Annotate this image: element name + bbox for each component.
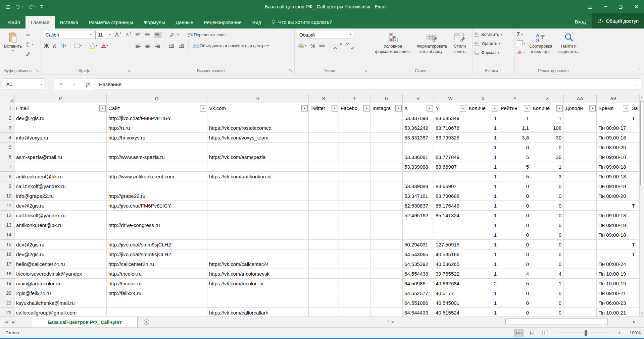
column-header-AA[interactable]: AA — [564, 94, 597, 103]
collapse-ribbon-icon[interactable]: ⌃ — [638, 68, 641, 72]
cell-T20[interactable] — [339, 288, 371, 298]
cell-T22[interactable] — [339, 308, 371, 317]
format-cells-button[interactable]: Формат▾ — [475, 48, 502, 57]
cell-AB2[interactable] — [597, 113, 630, 123]
cell-S7[interactable] — [309, 162, 339, 172]
next-sheet-icon[interactable]: ▶ — [12, 320, 15, 324]
column-header-P[interactable]: P — [14, 94, 107, 103]
cell-AB11[interactable] — [597, 201, 630, 211]
cell-X20[interactable]: 1 — [467, 288, 499, 298]
row-header-17[interactable]: 17 — [0, 259, 14, 269]
cell-V18[interactable]: 64.554438 — [403, 269, 434, 279]
cell-R4[interactable]: https://vk.com/voxys_team — [207, 133, 309, 143]
row-header-10[interactable]: 10 — [0, 191, 14, 201]
tell-me-search[interactable]: Что вы хотите сделать? — [266, 19, 337, 29]
row-header-7[interactable]: 7 — [0, 162, 14, 172]
sign-in-button[interactable]: Вход — [569, 19, 592, 29]
cell-V19[interactable]: 64.50986 — [403, 279, 434, 288]
cell-U15[interactable] — [371, 240, 403, 249]
cell-T18[interactable] — [339, 269, 371, 279]
cell-Z6[interactable]: 30 — [531, 152, 564, 162]
zoom-in-icon[interactable]: + — [618, 330, 621, 336]
cell-R19[interactable]: https://vk.com/tricolor_tv — [207, 279, 309, 288]
decrease-font-icon[interactable]: A▼ — [125, 32, 133, 37]
cell-U2[interactable] — [371, 113, 403, 123]
redo-icon[interactable]: ▾ — [28, 4, 36, 9]
cell-U10[interactable] — [371, 191, 403, 201]
tab-formulas[interactable]: Формулы — [138, 16, 170, 29]
cell-AB9[interactable]: Пн 09:00-18 — [597, 181, 630, 191]
cell-T10[interactable] — [339, 191, 371, 201]
cell-T16[interactable] — [339, 249, 371, 259]
column-header-W[interactable]: W — [434, 94, 467, 103]
sheet-tab-active[interactable]: База call-центров РФ_ Call-цент — [32, 317, 138, 327]
cell-AB10[interactable]: Пн 08:00-20 — [597, 191, 630, 201]
cell-W15[interactable]: 127.50915 — [434, 240, 467, 249]
cell-U19[interactable] — [371, 279, 403, 288]
cell-V14[interactable] — [403, 230, 434, 240]
autosum-button[interactable]: Σ▾ — [517, 31, 525, 38]
format-as-table-button[interactable]: Форматироватькак таблицу ▾ — [415, 30, 449, 55]
row-header-16[interactable]: 16 — [0, 249, 14, 259]
cell-S8[interactable] — [309, 172, 339, 181]
cell-P2[interactable]: dev@2gis.ru — [14, 113, 107, 123]
cell-W6[interactable]: 83.777849 — [434, 152, 467, 162]
row-header-20[interactable]: 20 — [0, 288, 14, 298]
cell-Y9[interactable]: 0 — [499, 181, 531, 191]
filter-button-U[interactable]: ▼ — [395, 105, 402, 111]
cell-T6[interactable] — [339, 152, 371, 162]
cell-R13[interactable] — [207, 220, 309, 230]
cell-S13[interactable] — [309, 220, 339, 230]
cell-W14[interactable] — [434, 230, 467, 240]
fill-button[interactable]: ↓▾ — [517, 40, 525, 47]
cell-W19[interactable]: 40.662684 — [434, 279, 467, 288]
cell-Y17[interactable]: 0 — [499, 259, 531, 269]
column-header-Y[interactable]: Y — [499, 94, 531, 103]
cell-W21[interactable]: 40.545001 — [434, 298, 467, 308]
row-header-3[interactable]: 3 — [0, 123, 14, 133]
select-all-corner[interactable] — [0, 94, 14, 103]
cell-P12[interactable]: call.tinkoff@yandex.ru — [14, 211, 107, 220]
cell-Z19[interactable]: 1 — [531, 279, 564, 288]
cell-U18[interactable] — [371, 269, 403, 279]
cell-T13[interactable] — [339, 220, 371, 230]
cell-U5[interactable] — [371, 143, 403, 152]
cell-Z15[interactable]: 0 — [531, 240, 564, 249]
cell-AB19[interactable]: Пн 10:00-19 — [597, 279, 630, 288]
cell-T17[interactable] — [339, 259, 371, 269]
cell-S2[interactable] — [309, 113, 339, 123]
cell-V15[interactable]: 50.294031 — [403, 240, 434, 249]
header-cell-Z[interactable]: Количе▼ — [531, 103, 564, 113]
cell-W13[interactable] — [434, 220, 467, 230]
cell-Y21[interactable]: 0 — [499, 298, 531, 308]
cell-AB16[interactable] — [597, 249, 630, 259]
cell-U21[interactable] — [371, 298, 403, 308]
cell-U11[interactable] — [371, 201, 403, 211]
format-painter-button[interactable] — [26, 50, 33, 57]
accounting-format-button[interactable]: ▾ — [297, 43, 307, 49]
cell-X7[interactable]: 1 — [467, 162, 499, 172]
cell-AB20[interactable]: Пн 09:00-21 — [597, 288, 630, 298]
cell-U16[interactable] — [371, 249, 403, 259]
cell-Q4[interactable]: http://hr.voxys.ru — [107, 133, 207, 143]
cell-V10[interactable]: 53.347161 — [403, 191, 434, 201]
cell-P17[interactable]: hello@callcenter24.ru — [14, 259, 107, 269]
cell-R8[interactable]: https://vk.com/antikonkurent — [207, 172, 309, 181]
cell-V5[interactable] — [403, 143, 434, 152]
filter-button-P[interactable]: ▼ — [99, 105, 106, 111]
cell-V11[interactable]: 52.530837 — [403, 201, 434, 211]
cell-AA15[interactable] — [564, 240, 597, 249]
cell-X4[interactable]: 1 — [467, 133, 499, 143]
align-left-icon[interactable] — [134, 43, 142, 48]
cell-Y18[interactable]: 4 — [499, 269, 531, 279]
zoom-out-icon[interactable]: − — [553, 330, 556, 336]
cell-Z2[interactable]: 1 — [531, 113, 564, 123]
cell-X21[interactable]: 1 — [467, 298, 499, 308]
cell-V21[interactable]: 64.551086 — [403, 298, 434, 308]
cell-Y10[interactable]: 0 — [499, 191, 531, 201]
cell-R2[interactable] — [207, 113, 309, 123]
cell-S4[interactable] — [309, 133, 339, 143]
header-cell-R[interactable]: Vk.com▼ — [207, 103, 309, 113]
cell-Q14[interactable] — [107, 230, 207, 240]
header-cell-U[interactable]: Instagra▼ — [371, 103, 403, 113]
